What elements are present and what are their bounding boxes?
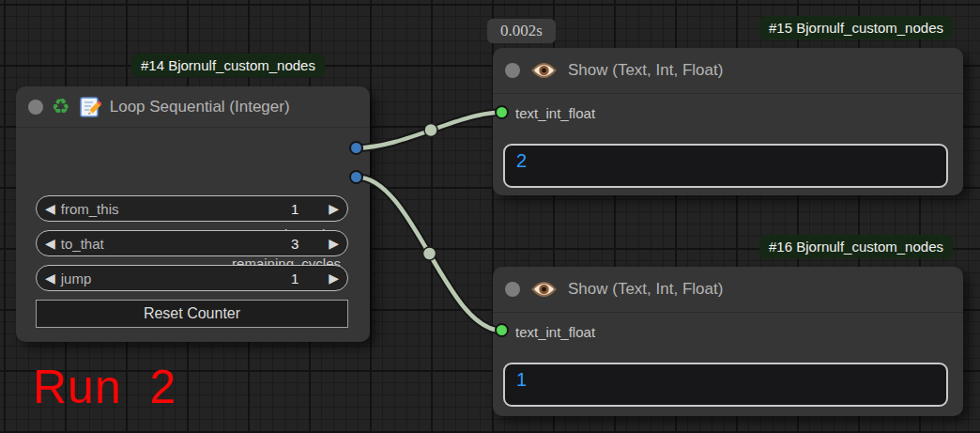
show-value-field[interactable]: 2 xyxy=(503,144,948,188)
input-port-text-int-float-15[interactable] xyxy=(495,105,509,119)
memo-icon xyxy=(79,96,101,118)
input-label-text-int-float: text_int_float xyxy=(515,105,595,121)
recycle-icon: ♻ xyxy=(52,97,70,117)
widget-jump[interactable]: ◀ jump 1 ▶ xyxy=(36,265,348,291)
widget-value: 1 xyxy=(291,201,299,217)
stepper-right-icon[interactable]: ▶ xyxy=(329,202,339,215)
node-titlebar[interactable]: ♻ Loop Sequential (Integer) xyxy=(16,86,370,128)
node-id-badge-15: #15 Bjornulf_custom_nodes xyxy=(759,16,953,39)
stepper-right-icon[interactable]: ▶ xyxy=(329,237,339,250)
eye-icon xyxy=(531,280,557,299)
reset-counter-button[interactable]: Reset Counter xyxy=(36,300,348,328)
node-title: Loop Sequential (Integer) xyxy=(110,98,290,116)
input-label-text-int-float: text_int_float xyxy=(515,324,595,340)
node-title: Show (Text, Int, Float) xyxy=(568,61,723,80)
eye-icon xyxy=(531,61,557,80)
node-mode-dot xyxy=(505,282,520,297)
node-show-16[interactable]: Show (Text, Int, Float) text_int_float 1 xyxy=(493,267,963,416)
widget-name: from_this xyxy=(61,201,291,217)
wire-midpoint-dot[interactable] xyxy=(423,247,436,260)
node-graph-canvas[interactable]: #14 Bjornulf_custom_nodes #15 Bjornulf_c… xyxy=(0,0,980,433)
widget-name: to_that xyxy=(61,236,291,252)
node-titlebar[interactable]: Show (Text, Int, Float) xyxy=(493,267,963,313)
wire-midpoint-dot[interactable] xyxy=(424,124,437,137)
output-port-int-value[interactable] xyxy=(349,141,363,155)
widget-from-this[interactable]: ◀ from_this 1 ▶ xyxy=(36,195,348,222)
node-mode-dot xyxy=(505,63,520,78)
node-mode-dot xyxy=(28,100,43,115)
stepper-right-icon[interactable]: ▶ xyxy=(329,271,339,285)
widget-value: 1 xyxy=(291,271,299,286)
output-port-remaining-cycles[interactable] xyxy=(349,170,363,184)
node-show-15[interactable]: Show (Text, Int, Float) text_int_float 2 xyxy=(493,48,963,195)
stepper-left-icon[interactable]: ◀ xyxy=(45,237,55,250)
show-value-field[interactable]: 1 xyxy=(503,363,948,407)
run-counter-annotation: Run 2 xyxy=(33,360,176,414)
node-id-badge-14: #14 Bjornulf_custom_nodes xyxy=(131,54,325,77)
input-port-text-int-float-16[interactable] xyxy=(495,323,509,337)
execution-time-badge: 0.002s xyxy=(487,19,556,43)
stepper-left-icon[interactable]: ◀ xyxy=(45,271,55,285)
widget-value: 3 xyxy=(291,236,299,252)
stepper-left-icon[interactable]: ◀ xyxy=(45,202,55,215)
widget-to-that[interactable]: ◀ to_that 3 ▶ xyxy=(36,230,348,256)
node-titlebar[interactable]: Show (Text, Int, Float) xyxy=(493,48,963,94)
node-id-badge-16: #16 Bjornulf_custom_nodes xyxy=(759,235,953,258)
node-loop-sequential[interactable]: ♻ Loop Sequential (Integer) int_value re… xyxy=(16,86,370,342)
widget-name: jump xyxy=(61,271,291,286)
node-title: Show (Text, Int, Float) xyxy=(568,280,723,299)
